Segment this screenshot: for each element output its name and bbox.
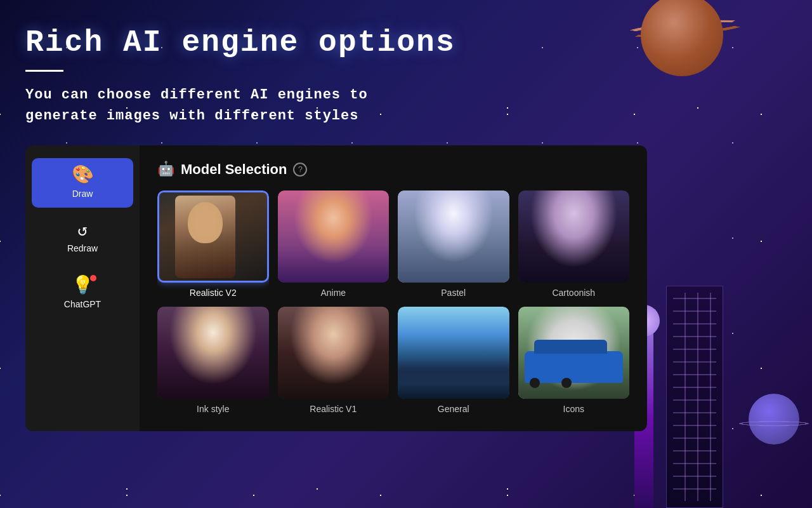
sidebar-draw-label: Draw [72, 189, 93, 199]
redraw-icon: ↺ [77, 223, 88, 239]
sidebar-item-draw[interactable]: 🎨 Draw [32, 158, 133, 208]
model-thumb-icons [518, 307, 630, 399]
model-item-general[interactable]: General [398, 307, 509, 414]
sidebar-item-chatgpt[interactable]: 💡 ChatGPT [32, 269, 133, 318]
model-thumb-cartoonish [518, 190, 630, 283]
model-item-pastel[interactable]: Pastel [398, 190, 509, 298]
sidebar-redraw-label: Redraw [67, 243, 98, 253]
model-thumb-realistic-v2 [157, 190, 269, 283]
page-subtitle: You can choose different AI engines to g… [25, 84, 469, 126]
model-label-cartoonish: Cartoonish [552, 288, 595, 298]
model-thumb-realistic-v1 [278, 307, 390, 399]
ui-panel: 🎨 Draw ↺ Redraw 💡 ChatGPT 🤖 Model Select… [25, 145, 647, 431]
draw-icon: 🎨 [72, 167, 94, 185]
model-label-general: General [438, 404, 469, 414]
model-label-icons: Icons [563, 404, 584, 414]
page-title: Rich AI engine options [25, 25, 787, 60]
model-label-realistic-v1: Realistic V1 [310, 404, 357, 414]
model-label-ink-style: Ink style [197, 404, 229, 414]
model-item-icons[interactable]: Icons [518, 307, 630, 414]
sidebar-item-redraw[interactable]: ↺ Redraw [32, 214, 133, 262]
car-illustration [525, 351, 624, 383]
robot-icon: 🤖 [157, 161, 174, 178]
model-label-anime: Anime [320, 288, 346, 298]
model-thumb-general [398, 307, 509, 399]
chatgpt-icon: 💡 [72, 277, 94, 295]
model-item-realistic-v1[interactable]: Realistic V1 [278, 307, 390, 414]
sidebar: 🎨 Draw ↺ Redraw 💡 ChatGPT [25, 145, 140, 431]
model-item-ink-style[interactable]: Ink style [157, 307, 269, 414]
sidebar-chatgpt-label: ChatGPT [64, 299, 101, 309]
model-item-cartoonish[interactable]: Cartoonish [518, 190, 630, 298]
model-selection-title: Model Selection [181, 161, 287, 178]
model-label-pastel: Pastel [441, 288, 466, 298]
title-underline [25, 70, 63, 72]
model-thumb-ink [157, 307, 269, 399]
model-thumb-pastel [398, 190, 509, 283]
model-label-realistic-v2: Realistic V2 [190, 288, 237, 298]
model-selection-header: 🤖 Model Selection ? [157, 161, 629, 178]
model-grid: Realistic V2 Anime Pastel Cartoonish [157, 190, 629, 414]
model-item-realistic-v2[interactable]: Realistic V2 [157, 190, 269, 298]
help-button[interactable]: ? [293, 163, 307, 177]
model-item-anime[interactable]: Anime [278, 190, 390, 298]
model-thumb-anime [278, 190, 390, 283]
main-content-area: 🤖 Model Selection ? Realistic V2 Anime [140, 145, 647, 431]
